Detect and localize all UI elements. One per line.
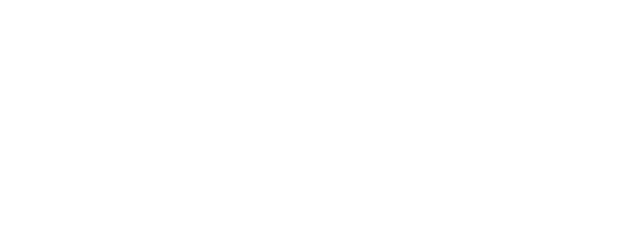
terminal-output [2,69,642,236]
